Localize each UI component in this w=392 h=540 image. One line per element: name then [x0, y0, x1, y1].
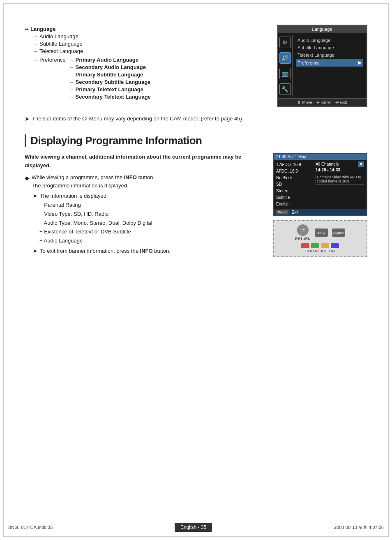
- prog-english: English: [276, 201, 313, 208]
- anynet-rect-label: Anynet+: [332, 231, 345, 235]
- prog-stereo: Stereo: [276, 188, 313, 194]
- submenu-arrow-icon: ▶: [358, 60, 362, 65]
- prog-time: 21:49 Sat 1 May: [276, 155, 306, 159]
- list-item-1: Video Type: SD, HD, Radio: [39, 210, 265, 219]
- return-btn: ↺ RETURN: [295, 224, 311, 241]
- nav-enter: ↵ Enter: [316, 100, 331, 105]
- l1-arrow-teletext: →: [33, 48, 38, 54]
- prog-no-block: No Block: [276, 175, 313, 181]
- prog-header: 21:49 Sat 1 May: [274, 154, 367, 160]
- red-button: [301, 243, 309, 248]
- note-text: The sub-items of the CI Menu may vary de…: [32, 115, 242, 122]
- anynet-rect: Anynet+: [332, 228, 345, 237]
- green-button: [311, 243, 319, 248]
- dpi-text-content: While viewing a channel, additional info…: [25, 153, 265, 256]
- remote-control-image: ↺ RETURN INFO Anynet+: [273, 220, 367, 257]
- tree-l2-secondary-subtitle: → Secondary Subtitle Language: [69, 79, 151, 85]
- section-title: Displaying Programme Information: [26, 134, 202, 147]
- all-channels-label: All Channels: [316, 162, 339, 166]
- prog-footer: INFO Exit: [274, 209, 367, 215]
- l2-arrow-5: →: [69, 94, 74, 100]
- sub-arrow-1: ➤: [33, 192, 37, 201]
- language-ui-screenshot: Language ⚙ 🔊 📺 🔧 Audio Language Subtitle…: [277, 25, 367, 107]
- ui-menu-body: ⚙ 🔊 📺 🔧 Audio Language Subtitle Language…: [278, 33, 367, 98]
- footer-left: BN68-01743A.indb 35: [8, 525, 53, 530]
- dpi-para1: While viewing a programme, press the INF…: [32, 173, 154, 191]
- root-arrow: ↦: [25, 26, 29, 32]
- tree-root-row: ↦ Language: [25, 26, 265, 32]
- sub2-text: To exit from banner information, press t…: [40, 247, 171, 256]
- section-divider: Displaying Programme Information: [25, 134, 367, 147]
- language-diagram-section: ↦ Language → Audio Language → Subtitle L…: [25, 25, 367, 107]
- info-tag: INFO: [276, 210, 288, 215]
- ui-menu-item-3[interactable]: Preference ▶: [296, 59, 363, 67]
- channel-letter: A: [358, 162, 364, 167]
- blue-button: [331, 243, 339, 248]
- ui-menu-item-0[interactable]: Audio Language: [296, 37, 363, 44]
- prog-ch-all-channels: All Channels A: [316, 162, 364, 167]
- nav-exit-label: Exit: [340, 100, 347, 105]
- tree-l2-primary-audio: → Primary Audio Language: [69, 57, 151, 63]
- return-circle: ↺: [297, 224, 309, 236]
- l2-label-1: Secondary Audio Language: [76, 64, 146, 70]
- ui-icon-1[interactable]: ⚙: [279, 37, 291, 48]
- sub-items-list: Parental Rating Video Type: SD, HD, Radi…: [39, 201, 265, 245]
- diamond-icon: ◆: [25, 173, 29, 191]
- nav-exit: ↩ Exit: [335, 100, 347, 105]
- ui-menu-item-1[interactable]: Subtitle Language: [296, 44, 363, 51]
- ui-icon-3[interactable]: 📺: [279, 68, 291, 79]
- nav-move-label: Move: [302, 100, 312, 105]
- prog-subtitle: Subtitle: [276, 194, 313, 201]
- prog-time-range: 14:20 - 14:33: [316, 168, 364, 172]
- l2-label-2: Primary Subtitle Language: [76, 72, 143, 78]
- l2-arrow-1: →: [69, 65, 74, 70]
- return-label: RETURN: [295, 237, 311, 241]
- sub-note-2: ➤ To exit from banner information, press…: [33, 247, 265, 256]
- prog-desc: Contains video with AFD 0; coded frame i…: [316, 174, 364, 185]
- l1-arrow-audio: →: [33, 34, 38, 39]
- remote-buttons-row: ↺ RETURN INFO Anynet+: [295, 224, 345, 241]
- note-line: ➤ The sub-items of the CI Menu may vary …: [25, 115, 367, 122]
- l2-arrow-0: →: [69, 57, 74, 63]
- sub1-text: The information is displayed:: [40, 192, 108, 201]
- l2-label-0: Primary Audio Language: [76, 57, 138, 63]
- l2-arrow-4: →: [69, 87, 74, 92]
- ui-icon-2[interactable]: 🔊: [279, 52, 291, 64]
- ui-menu-item-2[interactable]: Teletext Language: [296, 51, 363, 59]
- dpi-bullet-row: ◆ While viewing a programme, press the I…: [25, 173, 265, 191]
- color-buttons-row: COLOR BUTTON: [301, 243, 339, 253]
- info-rect: INFO: [315, 228, 328, 237]
- list-item-4: Audio Language: [39, 237, 265, 245]
- exit-label: Exit: [292, 210, 299, 215]
- programme-info-ui: 21:49 Sat 1 May 1 AFDO, 16:9 AFDO, 16:9 …: [273, 153, 367, 216]
- yellow-button: [321, 243, 329, 248]
- move-icon: ⇕: [297, 100, 301, 105]
- l1-label-subtitle: Subtitle Language: [39, 41, 83, 47]
- language-tree: ↦ Language → Audio Language → Subtitle L…: [25, 25, 265, 101]
- color-button-label: COLOR BUTTON: [305, 249, 334, 253]
- list-item-3: Existence of Teletext or DVB Subtitle: [39, 228, 265, 236]
- ui-title: Language: [278, 25, 367, 33]
- l1-arrow-subtitle: →: [33, 41, 38, 47]
- tree-l2-primary-subtitle: → Primary Subtitle Language: [69, 72, 151, 78]
- l1-label-audio: Audio Language: [39, 33, 78, 39]
- list-item-2: Audio Type: Mono, Stereo, Dual, Dolby Di…: [39, 219, 265, 228]
- l2-label-5: Secondary Teletext Language: [76, 94, 151, 100]
- dpi-intro: While viewing a channel, additional info…: [25, 153, 265, 170]
- page-footer: BN68-01743A.indb 35 English - 35 2008-08…: [0, 523, 392, 532]
- l2-label-4: Primary Teletext Language: [76, 86, 143, 92]
- dpi-section: While viewing a channel, additional info…: [25, 153, 367, 257]
- ui-nav-bar: ⇕ Move ↵ Enter ↩ Exit: [278, 98, 367, 106]
- info-bold-2: INFO: [140, 248, 153, 254]
- tree-l1-audio: → Audio Language: [33, 33, 265, 39]
- tree-l1-teletext: → Teletext Language: [33, 48, 265, 54]
- tree-l2-secondary-teletext: → Secondary Teletext Language: [69, 94, 151, 100]
- l2-label-3: Secondary Subtitle Language: [76, 79, 151, 85]
- ui-icon-4[interactable]: 🔧: [279, 83, 291, 95]
- color-buttons: [301, 243, 339, 248]
- prog-left-col: 1 AFDO, 16:9 AFDO, 16:9 No Block SD Ster…: [276, 162, 313, 208]
- footer-right: 2008-08-13 오후 4:07:06: [334, 524, 384, 531]
- l2-arrow-3: →: [69, 79, 74, 85]
- prog-sd: SD: [276, 181, 313, 188]
- prog-body: 1 AFDO, 16:9 AFDO, 16:9 No Block SD Ster…: [274, 160, 367, 209]
